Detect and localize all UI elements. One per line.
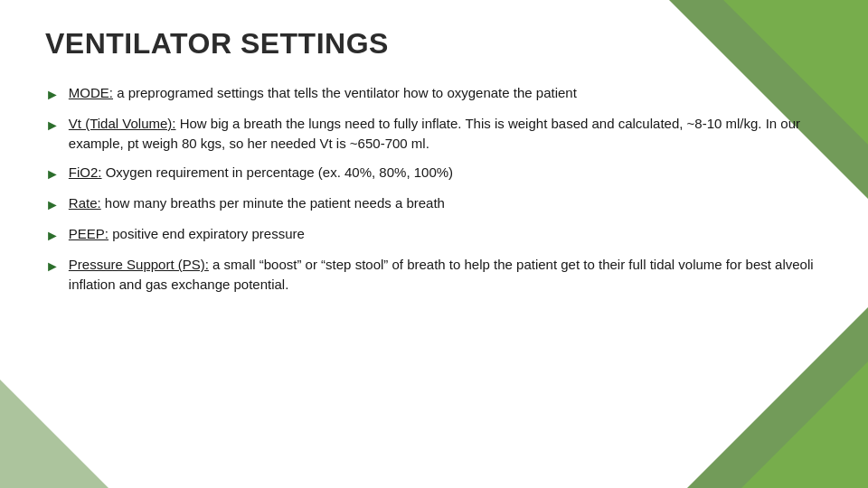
- deco-bottom-left: [0, 380, 108, 488]
- bullet-ps: ► Pressure Support (PS): a small “boost”…: [45, 255, 823, 295]
- bullet-list: ► MODE: a preprogramed settings that tel…: [45, 83, 823, 295]
- bullet-text-fio2: FiO2: Oxygen requirement in percentage (…: [69, 163, 823, 183]
- desc-rate: how many breaths per minute the patient …: [101, 195, 445, 211]
- term-mode: MODE:: [69, 85, 113, 100]
- bullet-text-vt: Vt (Tidal Volume): How big a breath the …: [69, 114, 823, 154]
- term-vt: Vt (Tidal Volume):: [69, 116, 176, 131]
- bullet-text-peep: PEEP: positive end expiratory pressure: [69, 224, 823, 244]
- bullet-mode: ► MODE: a preprogramed settings that tel…: [45, 83, 823, 105]
- slide-title: VENTILATOR SETTINGS: [45, 27, 823, 61]
- bullet-vt: ► Vt (Tidal Volume): How big a breath th…: [45, 114, 823, 154]
- bullet-fio2: ► FiO2: Oxygen requirement in percentage…: [45, 163, 823, 184]
- bullet-rate: ► Rate: how many breaths per minute the …: [45, 193, 823, 215]
- bullet-text-rate: Rate: how many breaths per minute the pa…: [69, 193, 823, 213]
- bullet-text-ps: Pressure Support (PS): a small “boost” o…: [69, 255, 823, 295]
- bullet-peep: ► PEEP: positive end expiratory pressure: [45, 224, 823, 246]
- bullet-arrow-ps: ►: [45, 256, 60, 277]
- bullet-arrow-vt: ►: [45, 115, 60, 136]
- bullet-arrow-fio2: ►: [45, 164, 60, 184]
- desc-mode: a preprogramed settings that tells the v…: [113, 85, 577, 100]
- desc-fio2: Oxygen requirement in percentage (ex. 40…: [102, 164, 454, 180]
- term-peep: PEEP:: [69, 226, 108, 241]
- bullet-text-mode: MODE: a preprogramed settings that tells…: [69, 83, 823, 103]
- slide-content: VENTILATOR SETTINGS ► MODE: a preprogram…: [0, 0, 868, 313]
- slide: VENTILATOR SETTINGS ► MODE: a preprogram…: [0, 0, 868, 488]
- term-rate: Rate:: [69, 195, 101, 211]
- term-fio2: FiO2:: [69, 164, 102, 180]
- bullet-arrow-mode: ►: [45, 84, 60, 105]
- term-ps: Pressure Support (PS):: [69, 257, 209, 272]
- desc-peep: positive end expiratory pressure: [108, 226, 305, 241]
- deco-bottom-right-2: [741, 361, 868, 488]
- desc-vt: How big a breath the lungs need to fully…: [69, 116, 800, 151]
- bullet-arrow-rate: ►: [45, 194, 60, 215]
- bullet-arrow-peep: ►: [45, 225, 60, 246]
